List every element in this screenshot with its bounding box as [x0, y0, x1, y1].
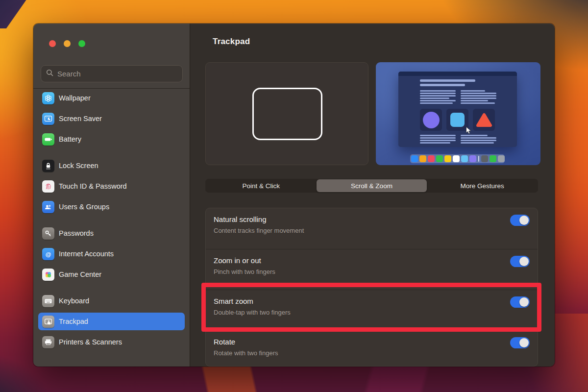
dock-app-square — [481, 155, 488, 162]
cursor-icon — [466, 126, 472, 137]
sidebar-group: Keyboard Trackpad Printers & Scanners — [38, 292, 185, 351]
preview-text-line — [420, 84, 465, 86]
sidebar-item-label: Keyboard — [59, 297, 89, 305]
toggle-smart-zoom[interactable] — [510, 296, 530, 308]
setting-subtitle: Content tracks finger movement — [214, 227, 530, 234]
sidebar-item-label: Lock Screen — [59, 162, 98, 170]
gesture-preview-video — [376, 62, 540, 165]
dock-app-square — [444, 155, 451, 162]
sidebar-item-label: Screen Saver — [59, 115, 102, 122]
sidebar-item-screen-saver[interactable]: Screen Saver — [38, 110, 185, 127]
sidebar-item-label: Trackpad — [59, 318, 88, 325]
system-settings-window: Wallpaper Screen Saver Battery — [33, 24, 555, 367]
sidebar-item-label: Printers & Scanners — [59, 338, 122, 346]
touch-id-icon — [42, 180, 54, 193]
wallpaper-icon — [42, 92, 54, 104]
sidebar-group: Lock Screen Touch ID & Password Users & … — [38, 157, 185, 216]
setting-subtitle: Rotate with two fingers — [214, 349, 530, 357]
trackpad-outline — [252, 88, 322, 140]
dock-app-square — [428, 155, 435, 162]
setting-title: Rotate — [214, 338, 530, 346]
minimize-button[interactable] — [64, 40, 71, 47]
sidebar-item-label: Game Center — [59, 270, 101, 278]
sidebar-item-label: Users & Groups — [59, 203, 109, 211]
preview-text-columns — [420, 135, 496, 145]
page-title: Trackpad — [213, 37, 250, 47]
sidebar-item-label: Wallpaper — [59, 94, 91, 102]
settings-group: Natural scrolling Content tracks finger … — [205, 208, 538, 367]
preview-mock-titlebar — [398, 72, 517, 76]
sidebar-item-label: Passwords — [59, 229, 94, 237]
dock-divider — [478, 156, 479, 162]
setting-subtitle: Pinch with two fingers — [214, 268, 530, 275]
preview-tile — [420, 109, 442, 131]
dock-app-square — [469, 155, 476, 162]
preview-text-line — [420, 79, 475, 82]
preview-shape-triangle — [476, 113, 492, 127]
passwords-icon — [42, 227, 54, 240]
setting-row-zoom-in-or-out: Zoom in or out Pinch with two fingers — [206, 249, 538, 290]
setting-title: Natural scrolling — [214, 215, 530, 223]
zoom-button[interactable] — [78, 40, 85, 47]
dock-app-square — [490, 155, 496, 162]
sidebar-item-touch-id[interactable]: Touch ID & Password — [38, 177, 185, 195]
sidebar-item-trackpad[interactable]: Trackpad — [38, 313, 185, 330]
preview-text-columns — [420, 90, 496, 105]
traffic-lights — [49, 40, 85, 47]
setting-row-natural-scrolling: Natural scrolling Content tracks finger … — [206, 208, 538, 249]
battery-icon — [42, 133, 54, 146]
search-field[interactable] — [41, 65, 183, 82]
sidebar-item-printers-scanners[interactable]: Printers & Scanners — [38, 333, 185, 351]
preview-shape-square — [450, 113, 465, 127]
sidebar-item-battery[interactable]: Battery — [38, 130, 185, 148]
sidebar-group: Passwords @ Internet Accounts Game Cente… — [38, 224, 185, 283]
tab-scroll-and-zoom[interactable]: Scroll & Zoom — [317, 179, 427, 192]
toggle-zoom-in-or-out[interactable] — [510, 256, 530, 267]
dock-app-square — [461, 155, 468, 162]
toggle-natural-scrolling[interactable] — [510, 215, 530, 226]
svg-text:@: @ — [46, 250, 51, 257]
sidebar: Wallpaper Screen Saver Battery — [33, 24, 190, 367]
setting-row-smart-zoom: Smart zoom Double-tap with two fingers — [206, 290, 538, 330]
toggle-rotate[interactable] — [510, 337, 530, 348]
screen-saver-icon — [42, 113, 54, 125]
search-input[interactable] — [57, 70, 177, 78]
sidebar-item-label: Battery — [59, 135, 81, 143]
dock-app-square — [453, 155, 460, 162]
tab-label: Point & Click — [243, 182, 280, 190]
dock-app-square — [411, 155, 418, 162]
content-pane: Trackpad — [190, 24, 555, 367]
tab-point-and-click[interactable]: Point & Click — [206, 179, 317, 192]
printers-icon — [42, 336, 54, 348]
lock-screen-icon — [42, 160, 54, 172]
setting-row-rotate: Rotate Rotate with two fingers — [206, 330, 538, 367]
sidebar-item-passwords[interactable]: Passwords — [38, 224, 185, 242]
gesture-tab-bar: Point & Click Scroll & Zoom More Gesture… — [205, 179, 538, 193]
preview-mock-window — [398, 72, 517, 147]
tab-label: Scroll & Zoom — [351, 182, 392, 190]
sidebar-item-lock-screen[interactable]: Lock Screen — [38, 157, 185, 174]
close-button[interactable] — [49, 40, 56, 47]
sidebar-group: Wallpaper Screen Saver Battery — [38, 89, 185, 148]
tab-label: More Gestures — [461, 182, 504, 190]
setting-subtitle: Double-tap with two fingers — [214, 309, 530, 316]
users-groups-icon — [42, 201, 54, 213]
sidebar-item-keyboard[interactable]: Keyboard — [38, 292, 185, 310]
preview-mock-body — [420, 79, 496, 145]
sidebar-item-game-center[interactable]: Game Center — [38, 266, 185, 283]
toggle-knob — [519, 257, 529, 266]
search-icon — [46, 69, 53, 78]
sidebar-item-label: Touch ID & Password — [59, 182, 127, 190]
sidebar-item-wallpaper[interactable]: Wallpaper — [38, 89, 185, 107]
trackpad-illustration-panel — [205, 62, 368, 165]
setting-title: Smart zoom — [214, 297, 530, 305]
preview-shape-circle — [423, 112, 440, 128]
sidebar-item-internet-accounts[interactable]: @ Internet Accounts — [38, 245, 185, 263]
dock-app-square — [498, 155, 505, 162]
sidebar-item-users-groups[interactable]: Users & Groups — [38, 198, 185, 216]
dock-app-square — [436, 155, 443, 162]
toggle-knob — [519, 216, 529, 225]
sidebar-header — [33, 24, 190, 89]
tab-more-gestures[interactable]: More Gestures — [427, 179, 538, 192]
game-center-icon — [42, 269, 54, 281]
